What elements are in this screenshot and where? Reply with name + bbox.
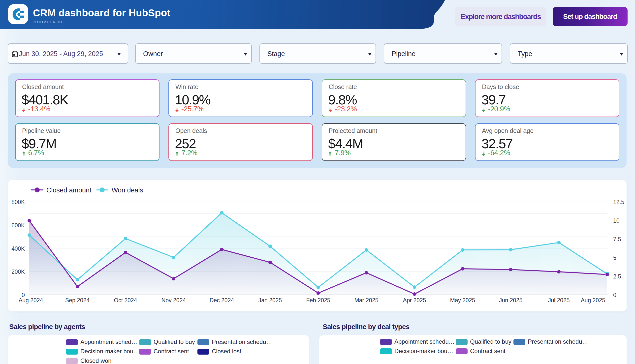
svg-text:Apr 2025: Apr 2025 — [403, 297, 426, 304]
svg-text:Feb 2025: Feb 2025 — [306, 297, 330, 304]
svg-text:Closed amount: Closed amount — [46, 186, 92, 194]
svg-text:Oct 2024: Oct 2024 — [114, 297, 137, 304]
svg-text:Aug 2025: Aug 2025 — [581, 297, 605, 304]
svg-text:12.5: 12.5 — [613, 199, 624, 205]
svg-text:0: 0 — [613, 292, 616, 298]
svg-text:Won deals: Won deals — [112, 186, 143, 194]
svg-text:Aug 2024: Aug 2024 — [19, 297, 43, 304]
svg-text:Jul 2025: Jul 2025 — [548, 297, 570, 304]
svg-text:600K: 600K — [12, 222, 25, 228]
svg-text:Dec 2024: Dec 2024 — [210, 297, 234, 304]
svg-text:10: 10 — [613, 218, 620, 224]
svg-text:May 2025: May 2025 — [450, 297, 475, 304]
svg-text:Jun 2025: Jun 2025 — [499, 297, 523, 304]
svg-text:Nov 2024: Nov 2024 — [162, 297, 186, 304]
svg-text:400K: 400K — [12, 246, 25, 252]
svg-text:800K: 800K — [12, 199, 25, 205]
svg-text:Jan 2025: Jan 2025 — [258, 297, 282, 304]
svg-text:7.5: 7.5 — [613, 236, 621, 242]
svg-text:5: 5 — [613, 255, 616, 261]
svg-text:Mar 2025: Mar 2025 — [354, 297, 378, 304]
svg-text:2.5: 2.5 — [613, 273, 621, 280]
svg-text:Sep 2024: Sep 2024 — [65, 297, 90, 304]
svg-text:200K: 200K — [12, 268, 25, 275]
